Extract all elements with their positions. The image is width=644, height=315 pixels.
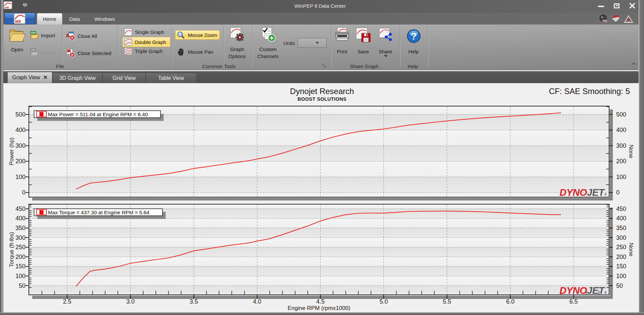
svg-text:CSV: CSV: [31, 32, 36, 34]
svg-text:4.0: 4.0: [253, 298, 261, 305]
svg-text:W8: W8: [15, 19, 21, 24]
svg-text:None: None: [628, 243, 634, 257]
svg-text:DYNOJET®: DYNOJET®: [559, 285, 607, 296]
svg-text:100: 100: [15, 273, 25, 279]
svg-text:?: ?: [411, 31, 417, 42]
svg-text:Torque (ft-lbs): Torque (ft-lbs): [8, 232, 15, 267]
svg-text:450: 450: [15, 206, 25, 212]
svg-text:6.0: 6.0: [506, 298, 515, 305]
svg-text:250: 250: [15, 244, 25, 251]
svg-text:150: 150: [15, 263, 25, 270]
svg-text:DYNOJET®: DYNOJET®: [559, 187, 607, 198]
svg-text:150: 150: [616, 263, 626, 270]
svg-text:Power (hp): Power (hp): [8, 137, 15, 165]
svg-text:300: 300: [616, 142, 626, 149]
svg-text:500: 500: [15, 111, 25, 118]
svg-text:350: 350: [616, 225, 626, 231]
svg-text:5.0: 5.0: [379, 298, 388, 305]
svg-text:W8: W8: [5, 6, 9, 9]
svg-text:400: 400: [616, 127, 626, 133]
svg-text:400: 400: [15, 127, 25, 133]
svg-text:4.5: 4.5: [316, 298, 325, 305]
svg-text:500: 500: [616, 111, 626, 118]
svg-text:0: 0: [616, 189, 620, 196]
svg-text:300: 300: [616, 234, 626, 241]
svg-text:200: 200: [15, 158, 25, 165]
svg-text:Engine RPM (rpmx1000): Engine RPM (rpmx1000): [287, 305, 350, 311]
svg-text:6.5: 6.5: [570, 298, 578, 305]
svg-text:200: 200: [616, 158, 626, 165]
svg-text:W8: W8: [603, 20, 606, 22]
svg-text:450: 450: [616, 206, 626, 212]
svg-text:5.5: 5.5: [443, 298, 451, 305]
svg-text:100: 100: [15, 174, 25, 180]
svg-text:Max Torque = 437.30 at Engine: Max Torque = 437.30 at Engine RPM = 5.64: [48, 210, 150, 215]
svg-text:None: None: [628, 145, 634, 159]
svg-text:CSV: CSV: [31, 49, 36, 51]
svg-text:3.0: 3.0: [126, 298, 135, 305]
svg-text:2.5: 2.5: [63, 298, 71, 305]
svg-text:0: 0: [22, 189, 25, 196]
svg-text:Max Power = 511.04 at Engine R: Max Power = 511.04 at Engine RPM = 6.40: [48, 111, 148, 117]
svg-text:300: 300: [15, 142, 25, 149]
svg-text:400: 400: [15, 215, 25, 222]
svg-text:50: 50: [616, 282, 623, 289]
svg-text:300: 300: [15, 234, 25, 241]
svg-text:400: 400: [616, 215, 626, 222]
svg-text:50: 50: [19, 282, 25, 289]
svg-text:200: 200: [616, 254, 626, 260]
svg-text:3.5: 3.5: [190, 298, 198, 305]
svg-text:250: 250: [616, 244, 626, 251]
svg-text:350: 350: [15, 225, 25, 231]
svg-text:200: 200: [15, 254, 25, 260]
svg-text:100: 100: [616, 174, 626, 180]
svg-text:100: 100: [616, 273, 626, 279]
